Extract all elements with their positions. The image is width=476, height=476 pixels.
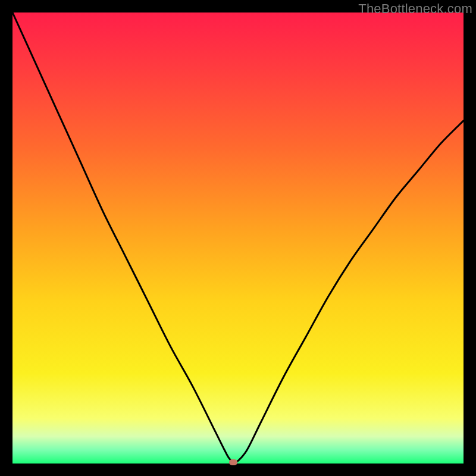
bottleneck-curve: [12, 12, 464, 462]
plot-area: [12, 12, 464, 464]
curve-svg: [12, 12, 464, 464]
watermark-text: TheBottleneck.com: [358, 1, 472, 17]
minimum-marker: [229, 459, 237, 465]
chart-frame: TheBottleneck.com: [0, 0, 476, 476]
